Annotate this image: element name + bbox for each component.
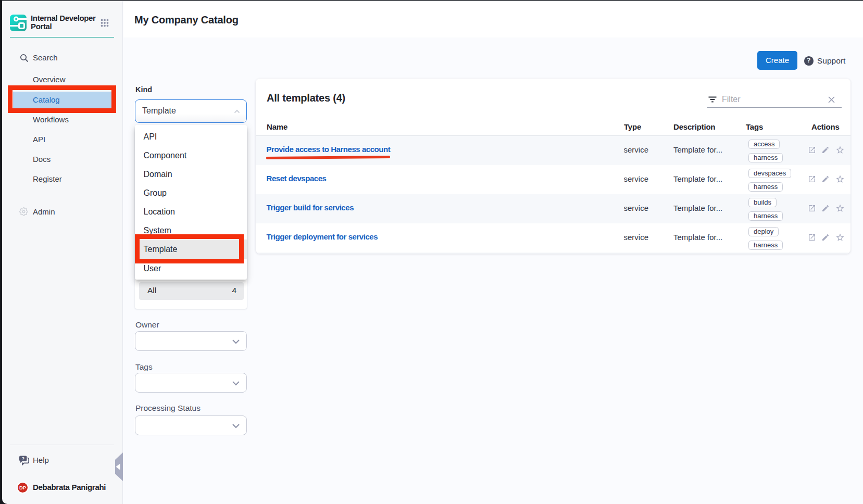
svg-text:?: ? [22,456,24,461]
